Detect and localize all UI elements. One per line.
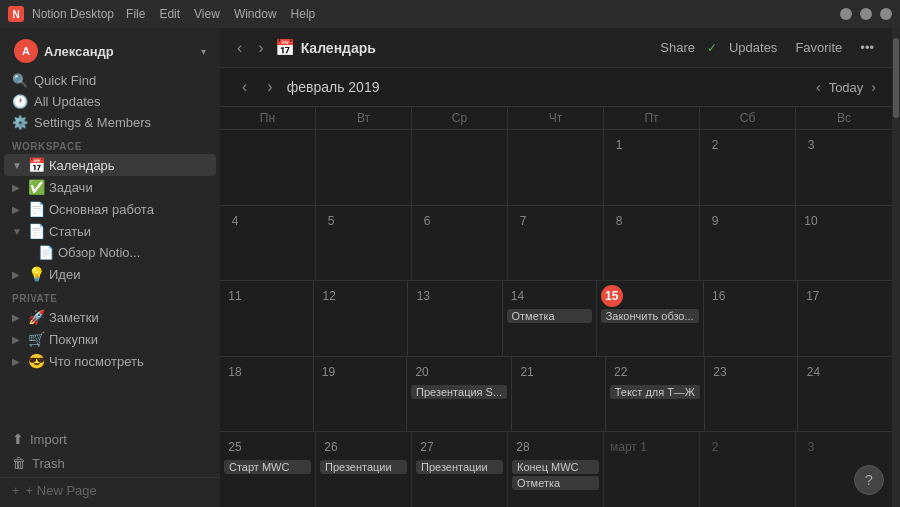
new-page-button[interactable]: + + New Page: [0, 477, 220, 503]
calendar-event[interactable]: Старт MWC: [224, 460, 311, 474]
calendar-cell[interactable]: 28Конец MWCОтметка: [508, 432, 604, 507]
day-number: 18: [224, 361, 246, 383]
more-button[interactable]: •••: [854, 38, 880, 57]
calendar-cell[interactable]: 13: [408, 281, 502, 356]
sidebar-item-tasks[interactable]: ▶ ✅ Задачи: [4, 176, 216, 198]
calendar-cell[interactable]: 5: [316, 206, 412, 281]
sidebar-item-shopping[interactable]: ▶ 🛒 Покупки: [4, 328, 216, 350]
calendar-cell[interactable]: 12: [314, 281, 408, 356]
menu-edit[interactable]: Edit: [159, 7, 180, 21]
page-title: Календарь: [301, 40, 376, 56]
day-number: 4: [224, 210, 246, 232]
calendar-cell[interactable]: 19: [314, 357, 408, 432]
forward-button[interactable]: ›: [253, 37, 268, 59]
calendar-week-4: 25Старт MWC26Презентации27Презентации28К…: [220, 432, 892, 507]
day-number: 25: [224, 436, 246, 458]
calendar-cell[interactable]: 2: [700, 432, 796, 507]
calendar-event[interactable]: Текст для Т—Ж: [610, 385, 700, 399]
sidebar-item-main-work[interactable]: ▶ 📄 Основная работа: [4, 198, 216, 220]
sidebar-item-calendar[interactable]: ▼ 📅 Календарь: [4, 154, 216, 176]
expand-tasks-icon: ▶: [12, 182, 26, 193]
calendar-cell[interactable]: 4: [220, 206, 316, 281]
day-number: 13: [412, 285, 434, 307]
menu-help[interactable]: Help: [291, 7, 316, 21]
day-number: 28: [512, 436, 534, 458]
calendar-cell[interactable]: 10: [796, 206, 892, 281]
sidebar-item-notion-review[interactable]: 📄 Обзор Notio...: [4, 242, 216, 263]
calendar-cell[interactable]: 25Старт MWC: [220, 432, 316, 507]
maximize-button[interactable]: [860, 8, 872, 20]
calendar-cell[interactable]: 26Презентации: [316, 432, 412, 507]
day-number: 15: [601, 285, 623, 307]
calendar-cell[interactable]: 3: [796, 130, 892, 205]
calendar-cell[interactable]: [412, 130, 508, 205]
sidebar-item-notes[interactable]: ▶ 🚀 Заметки: [4, 306, 216, 328]
cal-next-button[interactable]: ›: [261, 76, 278, 98]
calendar-cell[interactable]: 15Закончить обзо...: [597, 281, 704, 356]
calendar-cell[interactable]: 7: [508, 206, 604, 281]
calendar-cell[interactable]: 20Презентация S...: [407, 357, 512, 432]
shopping-label: Покупки: [49, 332, 98, 347]
cal-today-button[interactable]: Today: [829, 80, 864, 95]
calendar-event[interactable]: Отметка: [512, 476, 599, 490]
calendar-cell[interactable]: 18: [220, 357, 314, 432]
calendar-cell[interactable]: [508, 130, 604, 205]
calendar-cell[interactable]: 21: [512, 357, 606, 432]
calendar-cell[interactable]: 14Отметка: [503, 281, 597, 356]
cal-today-prev[interactable]: ‹: [816, 79, 821, 95]
calendar-cell[interactable]: [220, 130, 316, 205]
expand-notes-icon: ▶: [12, 312, 26, 323]
sidebar-item-settings[interactable]: ⚙️ Settings & Members: [0, 112, 220, 133]
main-work-label: Основная работа: [49, 202, 154, 217]
menu-view[interactable]: View: [194, 7, 220, 21]
calendar-cell[interactable]: 23: [705, 357, 799, 432]
sidebar-item-trash[interactable]: 🗑 Trash: [0, 451, 220, 475]
help-button[interactable]: ?: [854, 465, 884, 495]
day-header-sun: Вс: [796, 107, 892, 129]
trash-label: Trash: [32, 456, 65, 471]
sidebar-item-watchlist[interactable]: ▶ 😎 Что посмотреть: [4, 350, 216, 372]
scrollbar[interactable]: [892, 28, 900, 507]
calendar-event[interactable]: Презентация S...: [411, 385, 507, 399]
favorite-button[interactable]: Favorite: [789, 38, 848, 57]
calendar-event[interactable]: Отметка: [507, 309, 592, 323]
calendar-cell[interactable]: 6: [412, 206, 508, 281]
calendar-cell[interactable]: 27Презентации: [412, 432, 508, 507]
back-button[interactable]: ‹: [232, 37, 247, 59]
day-number: март 1: [608, 436, 649, 458]
sidebar-item-quick-find[interactable]: 🔍 Quick Find: [0, 70, 220, 91]
calendar-event[interactable]: Конец MWC: [512, 460, 599, 474]
calendar-cell[interactable]: 24: [798, 357, 892, 432]
calendar-cell[interactable]: 1: [604, 130, 700, 205]
calendar-event[interactable]: Презентации: [320, 460, 407, 474]
tasks-label: Задачи: [49, 180, 93, 195]
menu-window[interactable]: Window: [234, 7, 277, 21]
scroll-thumb[interactable]: [893, 38, 899, 118]
calendar-cell[interactable]: 17: [798, 281, 892, 356]
calendar-cell[interactable]: 16: [704, 281, 798, 356]
sidebar-item-ideas[interactable]: ▶ 💡 Идеи: [4, 263, 216, 285]
sidebar-item-all-updates[interactable]: 🕐 All Updates: [0, 91, 220, 112]
calendar-cell[interactable]: [316, 130, 412, 205]
cal-today-next[interactable]: ›: [871, 79, 876, 95]
calendar-event[interactable]: Презентации: [416, 460, 503, 474]
expand-shopping-icon: ▶: [12, 334, 26, 345]
minimize-button[interactable]: [840, 8, 852, 20]
share-button[interactable]: Share: [654, 38, 701, 57]
calendar-cell[interactable]: 8: [604, 206, 700, 281]
ideas-icon: 💡: [28, 266, 45, 282]
sidebar-item-import[interactable]: ⬆ Import: [0, 427, 220, 451]
menu-file[interactable]: File: [126, 7, 145, 21]
calendar-cell[interactable]: 11: [220, 281, 314, 356]
trash-icon: 🗑: [12, 455, 26, 471]
calendar-cell[interactable]: 9: [700, 206, 796, 281]
sidebar-item-articles[interactable]: ▼ 📄 Статьи: [4, 220, 216, 242]
user-row[interactable]: А Александр ▾: [4, 34, 216, 68]
updates-button[interactable]: Updates: [723, 38, 783, 57]
cal-prev-button[interactable]: ‹: [236, 76, 253, 98]
calendar-cell[interactable]: 22Текст для Т—Ж: [606, 357, 705, 432]
close-button[interactable]: [880, 8, 892, 20]
calendar-cell[interactable]: 2: [700, 130, 796, 205]
calendar-event[interactable]: Закончить обзо...: [601, 309, 699, 323]
calendar-cell[interactable]: март 1: [604, 432, 700, 507]
